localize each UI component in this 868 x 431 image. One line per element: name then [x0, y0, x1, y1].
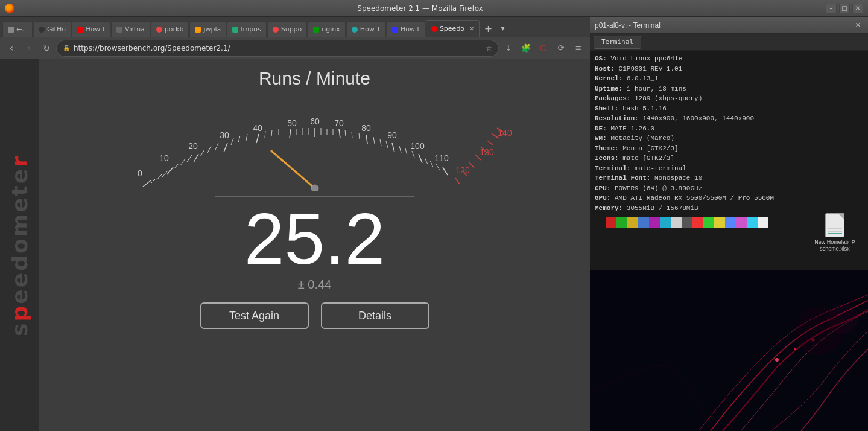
tab-impos[interactable]: Impos — [227, 21, 266, 37]
tab-suppo[interactable]: Suppo — [267, 21, 308, 37]
svg-line-19 — [256, 134, 259, 143]
forward-button[interactable]: › — [21, 40, 37, 56]
svg-line-38 — [246, 134, 247, 141]
tab-partial-left[interactable]: ← tu — [2, 21, 33, 37]
term-line-theme: Theme: Menta [GTK2/3] — [595, 144, 863, 154]
tab-close-icon[interactable]: ✕ — [469, 25, 474, 32]
svg-line-53 — [386, 141, 388, 148]
svg-text:30: 30 — [220, 130, 229, 140]
svg-text:50: 50 — [287, 118, 297, 128]
firefox-icon — [5, 4, 14, 13]
svg-line-55 — [405, 148, 407, 155]
close-button[interactable]: ✕ — [852, 4, 863, 13]
file-icon-area[interactable]: New Homelab IP scheme.xlsx — [808, 213, 862, 252]
test-again-button[interactable]: Test Again — [200, 302, 309, 329]
swatch-2 — [606, 217, 616, 228]
nav-bar: ‹ › ↻ 🔒 https://browserbench.org/Speedom… — [0, 37, 590, 59]
svg-line-26 — [443, 167, 448, 175]
svg-text:20: 20 — [188, 141, 198, 151]
svg-line-39 — [265, 131, 265, 138]
tab-how2[interactable]: How T — [346, 21, 386, 37]
tab-bar: ← tu GitHu How t Virtua porkb — [0, 17, 590, 37]
minimize-button[interactable]: – — [826, 4, 837, 13]
term-line-de: DE: MATE 1.26.0 — [595, 124, 863, 134]
terminal-tab[interactable]: Terminal — [594, 36, 641, 49]
term-line-cpu: CPU: POWER9 (64) @ 3.800GHz — [595, 184, 863, 194]
window-controls[interactable]: – □ ✕ — [826, 4, 863, 13]
svg-line-15 — [143, 180, 151, 187]
svg-text:130: 130 — [480, 147, 494, 157]
action-buttons: Test Again Details — [200, 302, 429, 329]
speedometer-main: Runs / Minute 0 — [39, 59, 590, 431]
swatch-10 — [692, 217, 703, 228]
swatch-12 — [714, 217, 725, 228]
score-divider — [215, 196, 414, 197]
term-line-kernel: Kernel: 6.0.13_1 — [595, 74, 863, 84]
tab-jwpla[interactable]: jwpla — [189, 21, 226, 37]
term-line-packages: Packages: 1289 (xbps-query) — [595, 94, 863, 104]
svg-line-35 — [215, 143, 218, 150]
svg-line-28 — [156, 174, 162, 180]
svg-line-31 — [180, 159, 185, 165]
svg-line-36 — [231, 138, 233, 145]
svg-point-72 — [794, 348, 796, 350]
swatch-5 — [638, 217, 649, 228]
overflow-icon[interactable]: ≡ — [571, 40, 586, 56]
terminal-tab-bar: Terminal — [590, 34, 868, 51]
url-bar[interactable]: 🔒 https://browserbench.org/Speedometer2.… — [56, 40, 499, 57]
browser-window: ← tu GitHu How t Virtua porkb — [0, 17, 590, 431]
term-line-termfont: Terminal Font: Monospace 10 — [595, 173, 863, 184]
tab-virtua[interactable]: Virtua — [111, 21, 150, 37]
swatch-14 — [736, 217, 747, 228]
gauge: 0 10 20 30 40 50 60 70 80 90 100 110 120… — [104, 95, 526, 191]
terminal-section: p01-al8-v:~ Terminal ✕ Terminal OS: Void… — [590, 17, 868, 270]
svg-point-75 — [828, 304, 858, 334]
lock-icon: 🔒 — [63, 45, 70, 51]
os-titlebar: Speedometer 2.1 — Mozilla Firefox – □ ✕ — [0, 0, 868, 17]
pocket-icon[interactable]: ⬡ — [536, 40, 551, 56]
svg-line-40 — [271, 130, 272, 136]
new-tab-button[interactable]: + — [481, 20, 495, 37]
svg-line-51 — [373, 137, 375, 144]
speedometer-sidebar: speedometer — [0, 59, 39, 431]
swatch-16 — [758, 217, 768, 228]
file-icon — [825, 213, 844, 237]
terminal-body[interactable]: OS: Void Linux ppc64le Host: C1P9S01 REV… — [590, 51, 868, 270]
terminal-close-icon[interactable]: ✕ — [853, 21, 863, 30]
svg-text:110: 110 — [434, 153, 449, 163]
back-button[interactable]: ‹ — [4, 40, 19, 56]
tab-overflow-button[interactable]: ▾ — [495, 20, 510, 37]
svg-line-58 — [430, 161, 433, 167]
svg-line-62 — [469, 162, 474, 168]
details-button[interactable]: Details — [321, 302, 429, 329]
svg-line-33 — [200, 150, 204, 156]
tab-how3[interactable]: How t — [387, 21, 425, 37]
swatch-11 — [703, 217, 714, 228]
term-line-shell: Shell: bash 5.1.16 — [595, 104, 863, 114]
svg-line-57 — [425, 158, 428, 164]
svg-line-60 — [455, 178, 460, 184]
downloads-icon[interactable]: ↓ — [501, 40, 516, 56]
sync-icon[interactable]: ⟳ — [553, 40, 569, 56]
speedometer-vertical-text: speedometer — [9, 155, 31, 336]
tab-speedometer[interactable]: Speedo ✕ — [426, 20, 480, 37]
tab-how1[interactable]: How t — [72, 21, 110, 37]
svg-line-52 — [380, 139, 381, 146]
svg-line-22 — [339, 129, 340, 138]
reload-button[interactable]: ↻ — [39, 40, 54, 56]
tab-porkb[interactable]: porkb — [151, 21, 189, 37]
extensions-icon[interactable]: 🧩 — [518, 40, 534, 56]
term-line-wm: WM: Metacity (Marco) — [595, 133, 863, 144]
term-line-memory: Memory: 3055MiB / 15678MiB — [595, 203, 863, 214]
wallpaper-area — [590, 270, 868, 431]
svg-point-71 — [775, 358, 779, 362]
url-text[interactable]: https://browserbench.org/Speedometer2.1/ — [74, 44, 482, 53]
swatch-9 — [682, 217, 692, 228]
term-line-gpu: GPU: AMD ATI Radeon RX 5500/5500M / Pro … — [595, 193, 863, 203]
tab-nginx[interactable]: nginx — [308, 21, 346, 37]
tab-github[interactable]: GitHu — [33, 21, 71, 37]
maximize-button[interactable]: □ — [839, 4, 850, 13]
svg-line-24 — [392, 143, 394, 152]
bookmark-star[interactable]: ☆ — [486, 44, 492, 53]
svg-line-27 — [150, 178, 156, 184]
